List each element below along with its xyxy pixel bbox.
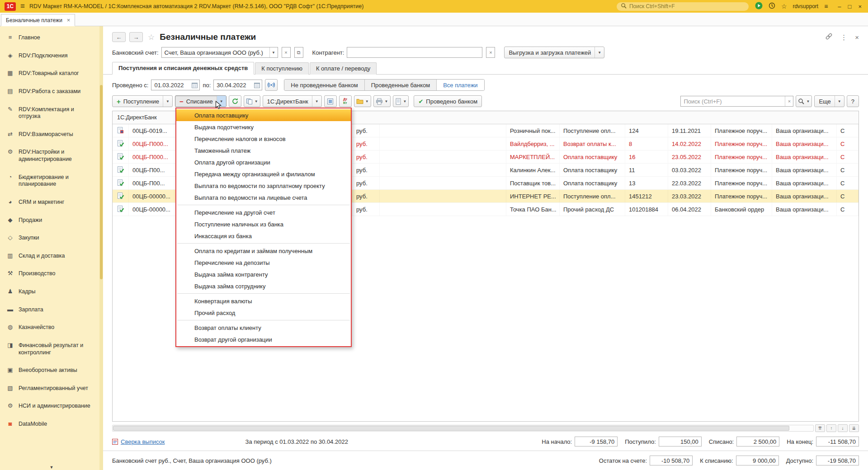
calendar-icon[interactable] [192, 82, 199, 88]
sidebar-more-icon[interactable]: ▼ [50, 465, 54, 470]
list-top-button[interactable]: ⇈ [815, 424, 825, 432]
sidebar-item-salary[interactable]: ▬Зарплата [0, 301, 99, 319]
maximize-button[interactable]: □ [848, 4, 852, 9]
writeoff-button[interactable]: − Списание ▼ [175, 95, 226, 107]
upload-payments-button[interactable]: Выгрузка и загрузка платежей ▼ [504, 47, 604, 58]
list-down-button[interactable]: ↓ [838, 424, 848, 432]
posted-by-bank-button[interactable]: ✔ Проведено банком [414, 95, 482, 107]
bank-account-combo[interactable]: Счет, Ваша организация ООО (руб.) ▼ [161, 47, 278, 58]
menu-item[interactable]: Инкассация из банка [176, 230, 351, 242]
receipt-menu-arrow[interactable]: ▼ [163, 96, 172, 107]
menu-item[interactable]: Оплата другой организации [176, 156, 351, 168]
menu-item[interactable]: Выдача подотчетнику [176, 121, 351, 133]
date-to-field[interactable]: 30.04.2022 [213, 80, 262, 90]
sidebar-item-rdv-settlements[interactable]: ⇄RDV:Взаиморасчеты [0, 126, 99, 144]
sidebar-item-budgeting[interactable]: ◔Бюджетирование и планирование [0, 169, 99, 193]
history-icon[interactable] [769, 2, 775, 10]
sidebar-item-rdv-admin[interactable]: ⚙RDV:Настройки и администрирование [0, 143, 99, 168]
get-link-icon[interactable] [825, 33, 833, 42]
contractor-clear-icon[interactable]: × [486, 47, 495, 58]
favorites-icon[interactable]: ☆ [781, 3, 787, 9]
current-user[interactable]: rdvsupport [793, 3, 818, 9]
tab-beznalichnye-platezhi[interactable]: Безналичные платежи × [1, 14, 75, 26]
reports-button[interactable]: ▼ [393, 95, 409, 107]
register-list-button[interactable] [324, 95, 337, 107]
sidebar-item-datamobile[interactable]: ◙DataMobile [0, 415, 99, 433]
sidebar-item-rdv-shipping[interactable]: ✎RDV:Комплектация и отгрузка [0, 101, 99, 126]
statement-reconciliation-link[interactable]: Сверка выписок [112, 438, 165, 445]
menu-item[interactable]: Выплата по ведомости по зарплатному прое… [176, 180, 351, 192]
advanced-search-button[interactable]: ▼ [796, 95, 812, 107]
sidebar-item-hr[interactable]: ♟Кадры [0, 283, 99, 301]
menu-item[interactable]: Оплата поставщику [176, 109, 351, 121]
sidebar-item-rdv-catalog[interactable]: ▦RDV:Товарный каталог [0, 65, 99, 83]
horizontal-scrollbar-thumb[interactable] [113, 426, 789, 431]
back-button[interactable]: ← [112, 32, 126, 42]
bank-account-clear-icon[interactable]: × [282, 47, 291, 58]
chevron-down-icon[interactable]: ▼ [269, 47, 278, 57]
receipt-button[interactable]: + Поступление ▼ [112, 95, 173, 107]
copy-button[interactable]: ▼ [244, 95, 260, 107]
menu-item[interactable]: Перечисление на другой счет [176, 207, 351, 218]
menu-item[interactable]: Таможенный платеж [176, 145, 351, 156]
contractor-combo[interactable] [347, 47, 482, 58]
sidebar-scrollbar-thumb[interactable] [100, 85, 103, 279]
menu-item[interactable]: Конвертация валюты [176, 295, 351, 307]
period-settings-button[interactable] [265, 79, 278, 91]
menu-item[interactable]: Поступление наличных из банка [176, 218, 351, 230]
bank-account-open-icon[interactable]: ⧉ [294, 47, 303, 58]
menu-item[interactable]: Возврат другой организации [176, 334, 351, 345]
sidebar-item-main[interactable]: ≡Главное [0, 29, 99, 47]
sidebar-item-purchases[interactable]: ◇Закупки [0, 229, 99, 247]
content-tab[interactable]: К оплате / переводу [310, 62, 377, 75]
sidebar-item-assets[interactable]: ▣Внеоборотные активы [0, 362, 99, 380]
more-button[interactable]: Еще ▼ [814, 95, 844, 107]
writeoff-menu-arrow[interactable]: ▼ [217, 96, 226, 107]
menu-item[interactable]: Выдача займа сотруднику [176, 280, 351, 292]
print-button[interactable]: ▼ [373, 95, 391, 107]
close-window-button[interactable]: × [858, 4, 862, 9]
search-clear-icon[interactable]: × [785, 96, 793, 106]
sidebar-item-crm[interactable]: ◕CRM и маркетинг [0, 193, 99, 212]
sidebar-item-nsi[interactable]: ⚙НСИ и администрирование [0, 397, 99, 415]
menu-item[interactable]: Возврат оплаты клиенту [176, 322, 351, 334]
menu-item[interactable]: Передача между организацией и филиалом [176, 168, 351, 180]
global-search-input[interactable] [629, 3, 745, 9]
help-button[interactable]: ? [847, 95, 859, 107]
sidebar-item-finance[interactable]: ◨Финансовый результат и контроллинг [0, 337, 99, 362]
minimize-button[interactable]: – [838, 4, 841, 9]
content-tab[interactable]: К поступлению [255, 62, 309, 75]
menu-item[interactable]: Прочий расход [176, 307, 351, 319]
sidebar-scrollbar[interactable] [99, 26, 103, 470]
list-bottom-button[interactable]: ⇊ [849, 424, 859, 432]
filter-segment[interactable]: Все платежи [437, 80, 484, 90]
global-search[interactable] [617, 2, 749, 11]
forward-button[interactable]: → [129, 32, 143, 42]
discussions-icon[interactable] [755, 2, 763, 11]
attached-files-button[interactable]: ▼ [354, 95, 371, 107]
date-from-field[interactable]: 01.03.2022 [151, 80, 200, 90]
sidebar-item-warehouse[interactable]: ▥Склад и доставка [0, 247, 99, 265]
menu-item[interactable]: Оплата по кредитам и займам полученным [176, 245, 351, 257]
service-menu-icon[interactable]: ≡ [824, 3, 828, 9]
form-close-icon[interactable]: × [855, 34, 859, 41]
calendar-icon[interactable] [254, 82, 262, 88]
add-to-favorites-icon[interactable]: ☆ [148, 33, 155, 42]
list-search-input[interactable] [681, 98, 785, 105]
sidebar-item-production[interactable]: ⚒Производство [0, 265, 99, 283]
sidebar-item-rdv-connections[interactable]: ◈RDV:Подключения [0, 47, 99, 65]
sidebar-item-regulated[interactable]: ▧Регламентированный учет [0, 380, 99, 398]
sidebar-item-sales[interactable]: ◆Продажи [0, 212, 99, 230]
sidebar-item-rdv-orders[interactable]: ▤RDV:Работа с заказами [0, 83, 99, 101]
menu-item[interactable]: Выдача займа контрагенту [176, 268, 351, 280]
tab-close-icon[interactable]: × [67, 17, 71, 24]
list-search-field[interactable]: × [680, 96, 793, 107]
filter-segment[interactable]: Не проведенные банком [284, 80, 364, 90]
form-more-icon[interactable]: ⋮ [840, 34, 847, 41]
postings-dtkt-button[interactable]: ДтКт [339, 95, 352, 107]
main-menu-icon[interactable]: ≡ [20, 2, 25, 11]
refresh-button[interactable] [229, 95, 241, 107]
directbank-button[interactable]: 1С:ДиректБанк ▼ [263, 95, 322, 107]
sidebar-item-treasury[interactable]: ◍Казначейство [0, 319, 99, 337]
content-tab[interactable]: Поступления и списания денежных средств [112, 62, 254, 75]
